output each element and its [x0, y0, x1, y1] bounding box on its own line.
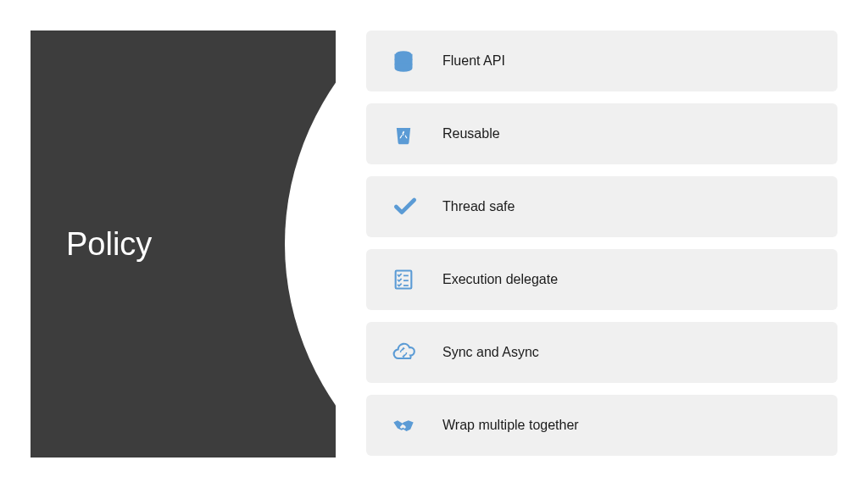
feature-label: Thread safe	[442, 199, 515, 214]
feature-item-wrap-multiple: Wrap multiple together	[366, 395, 837, 456]
feature-label: Reusable	[442, 126, 500, 141]
recycle-bin-icon	[392, 122, 442, 146]
handshake-icon	[392, 413, 442, 437]
checkmark-icon	[392, 193, 442, 220]
feature-item-execution-delegate: Execution delegate	[366, 249, 837, 310]
database-icon	[392, 49, 442, 73]
feature-label: Wrap multiple together	[442, 418, 579, 433]
feature-item-thread-safe: Thread safe	[366, 176, 837, 237]
slide-title: Policy	[66, 226, 152, 263]
checklist-icon	[392, 268, 442, 291]
feature-item-reusable: Reusable	[366, 103, 837, 164]
features-list: Fluent API Reusable Thread safe Executio…	[336, 30, 837, 458]
title-panel: Policy	[31, 30, 336, 458]
slide: Policy Fluent API Reusable Thread safe	[0, 0, 868, 488]
cloud-sync-icon	[392, 341, 442, 364]
feature-label: Sync and Async	[442, 345, 539, 360]
feature-label: Fluent API	[442, 53, 505, 69]
feature-label: Execution delegate	[442, 272, 558, 287]
feature-item-sync-async: Sync and Async	[366, 322, 837, 383]
feature-item-fluent-api: Fluent API	[366, 30, 837, 92]
